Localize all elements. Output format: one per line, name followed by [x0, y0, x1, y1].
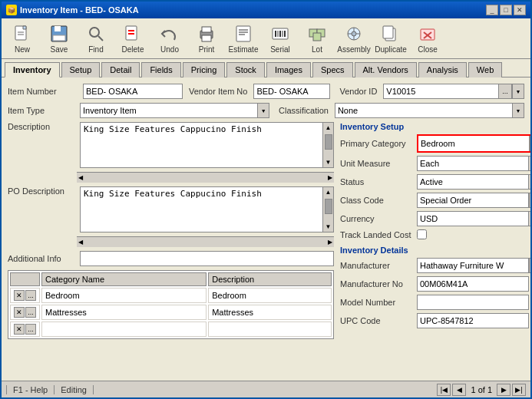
tab-stock[interactable]: Stock — [226, 62, 265, 77]
vendor-item-label: Vendor Item No — [189, 87, 247, 96]
lot-icon — [306, 23, 328, 45]
tab-specs[interactable]: Specs — [312, 62, 353, 77]
tab-pricing[interactable]: Pricing — [183, 62, 226, 77]
estimate-button[interactable]: Estimate — [226, 21, 261, 56]
assembly-button[interactable]: Assembly — [336, 21, 372, 56]
unit-measure-input[interactable] — [417, 156, 528, 171]
lot-button[interactable]: Lot — [299, 21, 335, 56]
find-button[interactable]: Find — [78, 21, 114, 56]
window-icon: 📦 — [6, 5, 17, 15]
tab-analysis[interactable]: Analysis — [418, 62, 467, 77]
row-delete-button-1[interactable]: ✕ — [14, 290, 25, 301]
estimate-label: Estimate — [229, 45, 259, 54]
nav-first-button[interactable]: |◀ — [437, 384, 451, 396]
primary-category-browse-button[interactable]: ... — [530, 136, 530, 151]
find-label: Find — [88, 45, 103, 54]
scroll-left-arrow[interactable]: ◀ — [77, 174, 84, 181]
vendor-id-browse-button[interactable]: ... — [498, 84, 512, 99]
serial-button[interactable]: Serial — [263, 21, 298, 56]
model-number-input[interactable] — [417, 295, 529, 310]
po-scroll-right-arrow[interactable]: ▶ — [326, 239, 334, 246]
help-text: F1 - Help — [6, 385, 55, 394]
status-input[interactable] — [417, 174, 528, 190]
tab-inventory[interactable]: Inventory — [5, 62, 60, 77]
nav-prev-button[interactable]: ◀ — [452, 384, 466, 396]
print-button[interactable]: Print — [189, 21, 224, 56]
scroll-up-arrow[interactable]: ▲ — [324, 123, 333, 133]
print-icon — [196, 23, 217, 45]
find-icon — [85, 23, 107, 45]
tab-fields[interactable]: Fields — [141, 62, 180, 77]
tab-detail[interactable]: Detail — [101, 62, 140, 77]
nav-next-button[interactable]: ▶ — [497, 384, 511, 396]
close-window-button[interactable]: ✕ — [514, 5, 526, 15]
class-code-input[interactable] — [417, 193, 529, 208]
minimize-button[interactable]: _ — [486, 5, 498, 15]
manufacturer-no-input[interactable] — [417, 276, 529, 292]
status-label: Status — [340, 177, 414, 186]
tab-images[interactable]: Images — [266, 62, 311, 77]
track-landed-checkbox[interactable] — [417, 229, 427, 239]
classification-input[interactable] — [335, 103, 512, 118]
row-delete-button-3[interactable]: ✕ — [14, 324, 25, 335]
po-description-textarea[interactable]: King Size Features Cappucino Finish — [81, 187, 322, 232]
item-type-input[interactable] — [80, 103, 257, 118]
save-button[interactable]: Save — [41, 21, 77, 56]
vendor-item-input[interactable] — [253, 84, 330, 99]
class-code-browse-button[interactable]: ... — [529, 193, 530, 208]
title-buttons: _ □ ✕ — [486, 5, 526, 15]
content-area: Item Number Vendor Item No Vendor ID ...… — [2, 77, 530, 381]
scroll-right-arrow[interactable]: ▶ — [326, 174, 334, 181]
horizontal-scrollbar-track — [84, 174, 326, 182]
additional-info-input[interactable] — [80, 251, 334, 266]
vendor-id-dropdown-button[interactable]: ▼ — [512, 84, 524, 99]
tab-setup[interactable]: Setup — [61, 62, 101, 77]
inventory-setup-title: Inventory Setup — [340, 122, 524, 131]
po-horizontal-scrollbar-track — [84, 239, 326, 246]
undo-button[interactable]: Undo — [152, 21, 187, 56]
upc-code-input[interactable] — [417, 313, 529, 328]
item-type-dropdown-button[interactable]: ▼ — [257, 103, 269, 118]
delete-button[interactable]: Delete — [115, 21, 150, 56]
new-label: New — [15, 45, 30, 54]
tab-alt-vendors[interactable]: Alt. Vendors — [355, 62, 417, 77]
vendor-id-input[interactable] — [383, 84, 498, 99]
additional-info-label: Additional Info — [8, 254, 77, 263]
row-browse-button-1[interactable]: ... — [25, 290, 36, 301]
close-icon — [417, 23, 438, 45]
tabs-bar: Inventory Setup Detail Fields Pricing St… — [2, 59, 530, 77]
manufacturer-browse-button[interactable]: ... — [529, 258, 530, 273]
po-scroll-up-arrow[interactable]: ▲ — [324, 187, 333, 197]
main-window: 📦 Inventory Item - BED- OSAKA _ □ ✕ New — [0, 0, 532, 399]
manufacturer-label: Manufacturer — [340, 261, 414, 270]
tab-web[interactable]: Web — [468, 62, 502, 77]
currency-dropdown-button[interactable]: ▼ — [528, 211, 530, 226]
close-button[interactable]: Close — [410, 21, 445, 56]
manufacturer-input[interactable] — [417, 258, 529, 273]
currency-input[interactable] — [417, 211, 528, 226]
row-browse-button-3[interactable]: ... — [25, 324, 36, 335]
unit-measure-dropdown-button[interactable]: ▼ — [528, 156, 530, 171]
item-number-input[interactable] — [83, 84, 183, 99]
po-scroll-left-arrow[interactable]: ◀ — [77, 239, 84, 246]
primary-category-input[interactable] — [418, 136, 530, 151]
description-label: Description — [8, 122, 77, 131]
title-bar: 📦 Inventory Item - BED- OSAKA _ □ ✕ — [2, 2, 530, 18]
row-browse-button-2[interactable]: ... — [25, 307, 36, 318]
row-delete-button-2[interactable]: ✕ — [14, 307, 25, 318]
new-button[interactable]: New — [5, 21, 40, 56]
maximize-button[interactable]: □ — [500, 5, 512, 15]
duplicate-button[interactable]: Duplicate — [373, 21, 408, 56]
nav-last-button[interactable]: ▶| — [512, 384, 526, 396]
category-actions-header — [10, 272, 40, 286]
po-scroll-down-arrow[interactable]: ▼ — [324, 222, 333, 232]
svg-rect-14 — [236, 26, 250, 41]
scroll-down-arrow[interactable]: ▼ — [324, 157, 333, 167]
classification-dropdown-button[interactable]: ▼ — [512, 103, 524, 118]
toolbar: New Save Find — [2, 18, 530, 59]
description-textarea[interactable]: King Size Features Cappucino Finish — [81, 123, 322, 167]
window-title: Inventory Item - BED- OSAKA — [20, 5, 139, 15]
status-dropdown-button[interactable]: ▼ — [528, 174, 530, 190]
navigation-controls: |◀ ◀ 1 of 1 ▶ ▶| — [437, 384, 526, 396]
status-bar: F1 - Help Editing |◀ ◀ 1 of 1 ▶ ▶| — [2, 381, 530, 397]
